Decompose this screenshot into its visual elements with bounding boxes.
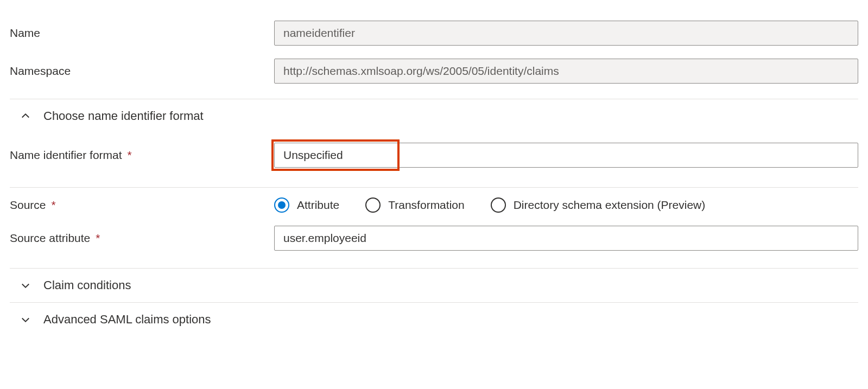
row-source: Source * Attribute Transformation Direct…	[10, 188, 858, 222]
row-name-identifier-format: Name identifier format *	[10, 133, 858, 177]
section-claim-conditions[interactable]: Claim conditions	[10, 269, 858, 302]
input-source-attribute[interactable]	[274, 226, 858, 251]
section-advanced-saml-title: Advanced SAML claims options	[43, 313, 211, 327]
chevron-down-icon	[20, 314, 31, 326]
label-name-identifier-format: Name identifier format	[10, 149, 122, 162]
radio-label-attribute[interactable]: Attribute	[297, 199, 339, 212]
label-source-attribute: Source attribute	[10, 232, 90, 245]
required-indicator: *	[128, 149, 132, 162]
input-name	[274, 21, 858, 46]
chevron-up-icon	[20, 110, 31, 122]
label-namespace: Namespace	[10, 65, 71, 78]
row-namespace: Namespace	[10, 55, 858, 93]
radio-group-source: Attribute Transformation Directory schem…	[274, 197, 705, 213]
required-indicator: *	[96, 232, 100, 245]
section-choose-format[interactable]: Choose name identifier format	[10, 99, 858, 133]
radio-source-directory-extension[interactable]	[491, 197, 506, 213]
required-indicator: *	[52, 199, 56, 212]
label-source: Source	[10, 199, 46, 212]
row-name: Name	[10, 11, 858, 55]
radio-source-attribute[interactable]	[274, 197, 289, 213]
radio-label-transformation[interactable]: Transformation	[388, 199, 464, 212]
radio-source-transformation[interactable]	[365, 197, 381, 213]
radio-label-directory-extension[interactable]: Directory schema extension (Preview)	[514, 199, 706, 212]
input-namespace	[274, 59, 858, 84]
input-name-identifier-format[interactable]	[274, 143, 858, 168]
chevron-down-icon	[20, 279, 31, 291]
section-advanced-saml[interactable]: Advanced SAML claims options	[10, 303, 858, 336]
row-source-attribute: Source attribute *	[10, 222, 858, 260]
section-claim-conditions-title: Claim conditions	[43, 278, 131, 292]
label-name: Name	[10, 27, 40, 40]
section-choose-format-title: Choose name identifier format	[43, 109, 204, 123]
